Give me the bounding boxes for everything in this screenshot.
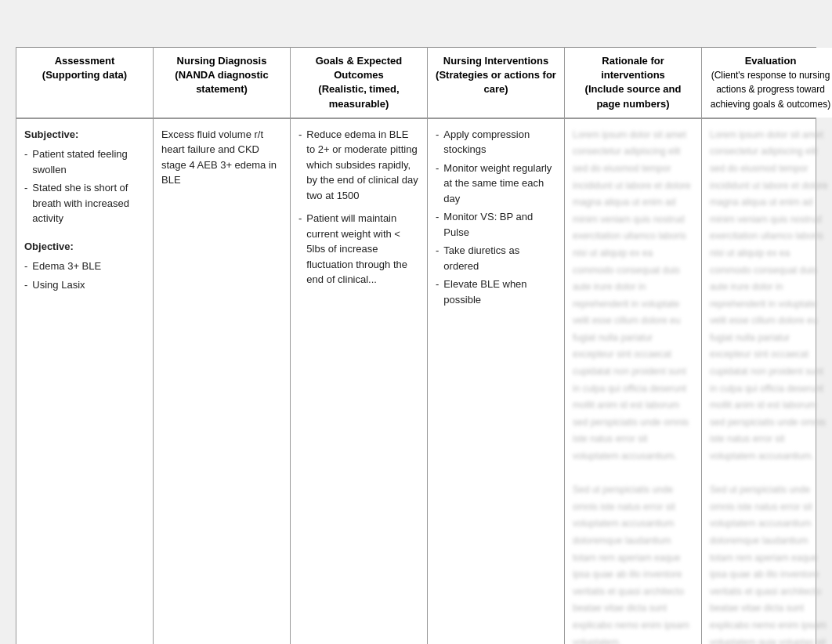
cell-interventions: - Apply compression stockings - Monitor … — [428, 119, 565, 644]
diagnosis-text: Excess fluid volume r/t heart failure an… — [161, 128, 277, 186]
interventions-list: - Apply compression stockings - Monitor … — [436, 127, 556, 308]
goal-item-1: Reduce edema in BLE to 2+ or moderate pi… — [306, 127, 419, 204]
list-item: - Apply compression stockings — [436, 127, 556, 157]
list-item: - Patient stated feeling swollen — [24, 147, 145, 177]
list-item: - Monitor weight regularly at the same t… — [436, 161, 556, 207]
dash-icon: - — [24, 277, 27, 293]
dash-icon: - — [436, 209, 439, 225]
dash-icon: - — [24, 180, 27, 196]
intervention-item-3: Monitor VS: BP and Pulse — [443, 209, 556, 240]
rationale-blurred-content: Lorem ipsum dolor sit amet consectetur a… — [573, 127, 693, 644]
goal-item-2: Patient will maintain current weight wit… — [306, 211, 419, 288]
dash-icon: - — [436, 243, 439, 259]
header-interventions: Nursing Interventions (Strategies or act… — [428, 48, 565, 118]
dash-icon: - — [436, 277, 439, 292]
dash-icon: - — [24, 259, 27, 274]
objective-section: Objective: - Edema 3+ BLE - Using Lasix — [24, 239, 145, 293]
list-item: - Monitor VS: BP and Pulse — [436, 209, 556, 240]
dash-icon: - — [298, 211, 302, 226]
dash-icon: - — [436, 127, 439, 143]
list-item: - Using Lasix — [24, 277, 145, 293]
subjective-item-2: Stated she is short of breath with incre… — [32, 180, 145, 226]
list-item: - Take diuretics as ordered — [436, 243, 556, 273]
table-body: Subjective: - Patient stated feeling swo… — [16, 119, 816, 644]
dash-icon: - — [298, 127, 302, 143]
cell-rationale: Lorem ipsum dolor sit amet consectetur a… — [565, 119, 702, 644]
objective-label: Objective: — [24, 239, 145, 255]
goals-list: - Reduce edema in BLE to 2+ or moderate … — [298, 127, 419, 288]
header-evaluation: Evaluation (Client's response to nursing… — [702, 48, 832, 118]
list-item: - Stated she is short of breath with inc… — [24, 180, 145, 226]
subjective-item-1: Patient stated feeling swollen — [32, 147, 145, 177]
list-item: - Edema 3+ BLE — [24, 259, 145, 274]
list-item: - Elevate BLE when possible — [436, 277, 556, 307]
table-header: Assessment (Supporting data) Nursing Dia… — [16, 48, 816, 119]
cell-nursing-diagnosis: Excess fluid volume r/t heart failure an… — [154, 119, 291, 644]
subjective-label: Subjective: — [24, 127, 145, 143]
cell-assessment: Subjective: - Patient stated feeling swo… — [16, 119, 154, 644]
list-item: - Reduce edema in BLE to 2+ or moderate … — [298, 127, 419, 204]
intervention-item-4: Take diuretics as ordered — [443, 243, 556, 273]
intervention-item-2: Monitor weight regularly at the same tim… — [443, 161, 556, 207]
subjective-list: - Patient stated feeling swollen - State… — [24, 147, 145, 226]
header-goals: Goals & Expected Outcomes (Realistic, ti… — [291, 48, 428, 118]
cell-evaluation: Lorem ipsum dolor sit amet consectetur a… — [702, 119, 832, 644]
cell-goals: - Reduce edema in BLE to 2+ or moderate … — [291, 119, 428, 644]
objective-item-2: Using Lasix — [32, 277, 85, 293]
objective-item-1: Edema 3+ BLE — [32, 259, 101, 274]
header-rationale: Rationale for interventions (Include sou… — [565, 48, 702, 118]
nursing-care-plan-table: Assessment (Supporting data) Nursing Dia… — [16, 47, 816, 644]
list-item: - Patient will maintain current weight w… — [298, 211, 419, 288]
objective-list: - Edema 3+ BLE - Using Lasix — [24, 259, 145, 292]
header-assessment: Assessment (Supporting data) — [16, 48, 154, 118]
dash-icon: - — [436, 161, 439, 176]
intervention-item-1: Apply compression stockings — [443, 127, 556, 157]
dash-icon: - — [24, 147, 27, 162]
intervention-item-5: Elevate BLE when possible — [443, 277, 556, 307]
header-nursing-diagnosis: Nursing Diagnosis (NANDA diagnostic stat… — [154, 48, 291, 118]
evaluation-blurred-content: Lorem ipsum dolor sit amet consectetur a… — [710, 127, 831, 644]
